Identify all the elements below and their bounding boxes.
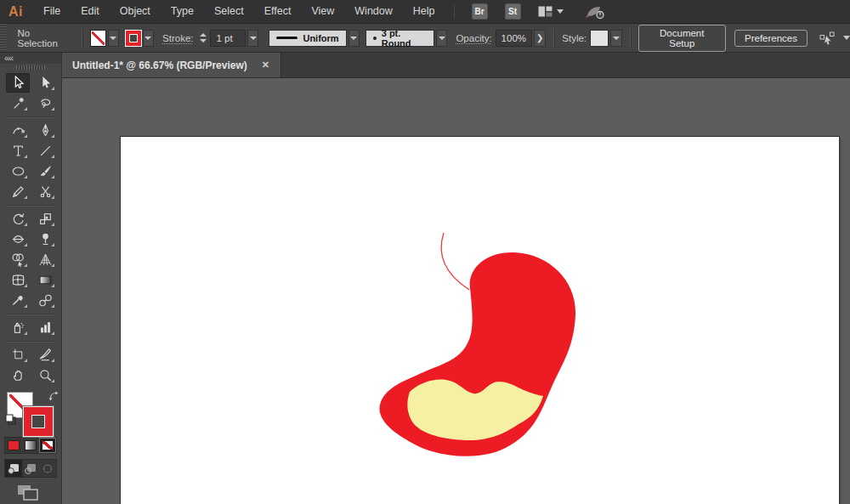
- column-graph-tool[interactable]: [33, 318, 57, 337]
- pen-tool[interactable]: [33, 121, 57, 140]
- slice-tool[interactable]: [33, 345, 57, 365]
- eyedropper-icon: [11, 293, 26, 308]
- gradient-chip: [25, 440, 37, 450]
- fill-color-swatch[interactable]: [90, 30, 106, 47]
- close-tab-icon[interactable]: ✕: [259, 58, 272, 72]
- artboard-icon: [11, 348, 26, 362]
- stroke-color-dropdown[interactable]: [143, 30, 154, 47]
- rotate-icon: [11, 212, 26, 226]
- default-fill-stroke-button[interactable]: [5, 414, 17, 428]
- draw-normal-button[interactable]: [5, 460, 22, 477]
- brush-dot-icon: [373, 37, 377, 40]
- opacity-field[interactable]: 100%: [496, 30, 533, 47]
- draw-inside-button[interactable]: [39, 460, 56, 477]
- collapse-panel-button[interactable]: ««: [0, 53, 61, 64]
- chevron-down-icon: [439, 37, 445, 40]
- direct-selection-tool-icon: [38, 76, 53, 90]
- scale-tool[interactable]: [33, 209, 57, 229]
- bridge-button[interactable]: Br: [472, 3, 488, 20]
- width-profile-value: Uniform: [303, 33, 338, 43]
- menu-object[interactable]: Object: [110, 0, 161, 23]
- select-similar-button[interactable]: [819, 31, 850, 45]
- color-button[interactable]: [5, 438, 22, 453]
- stem-path-shape[interactable]: [441, 233, 469, 290]
- menu-file[interactable]: File: [33, 0, 71, 23]
- swap-fill-stroke-button[interactable]: [48, 391, 60, 405]
- style-dropdown[interactable]: [610, 30, 621, 47]
- stroke-color-swatch[interactable]: [125, 30, 141, 47]
- menu-view[interactable]: View: [301, 0, 344, 23]
- eyedropper-tool[interactable]: [6, 291, 30, 310]
- perspective-grid-tool[interactable]: [33, 250, 57, 269]
- puppet-warp-tool[interactable]: [33, 229, 57, 249]
- panel-grip[interactable]: [0, 64, 61, 71]
- stock-button[interactable]: St: [505, 3, 521, 20]
- menu-window[interactable]: Window: [344, 0, 402, 23]
- ellipse-tool[interactable]: [6, 161, 30, 181]
- width-profile-chevron[interactable]: [348, 30, 360, 47]
- selection-tool[interactable]: [6, 73, 30, 93]
- hand-tool[interactable]: [6, 365, 30, 385]
- artboard-tool[interactable]: [6, 345, 30, 365]
- stepper-down-icon[interactable]: [200, 39, 207, 42]
- menu-select[interactable]: Select: [204, 0, 254, 23]
- fill-color-dropdown[interactable]: [108, 30, 119, 47]
- select-similar-icon: [819, 31, 838, 45]
- menu-edit[interactable]: Edit: [71, 0, 110, 23]
- change-screen-mode-button[interactable]: [17, 484, 61, 504]
- opacity-panel-link[interactable]: Opacity:: [456, 33, 491, 43]
- menu-type[interactable]: Type: [161, 0, 204, 23]
- brush-dropdown[interactable]: 3 pt. Round: [366, 30, 434, 47]
- workspace-switcher[interactable]: [538, 6, 564, 17]
- menu-effect[interactable]: Effect: [254, 0, 302, 23]
- none-button[interactable]: [39, 438, 56, 453]
- width-tool[interactable]: [6, 229, 30, 249]
- divider: [82, 29, 82, 48]
- stepper-up-icon[interactable]: [200, 33, 207, 37]
- color-chip: [8, 440, 20, 450]
- stroke-profile-icon: [276, 37, 298, 39]
- symbol-sprayer-tool[interactable]: [6, 318, 30, 337]
- gpu-performance-button[interactable]: [584, 4, 606, 20]
- opacity-more-button[interactable]: ❯: [534, 30, 546, 47]
- divider: [630, 29, 631, 48]
- panel-grip[interactable]: [0, 24, 6, 52]
- puppet-warp-icon: [38, 232, 53, 246]
- blend-tool[interactable]: [33, 291, 57, 310]
- mesh-tool[interactable]: [6, 270, 30, 290]
- canvas-area[interactable]: [62, 78, 850, 504]
- gradient-button[interactable]: [22, 438, 39, 453]
- menu-help[interactable]: Help: [403, 0, 445, 23]
- scissors-tool[interactable]: [33, 182, 57, 201]
- paintbrush-tool[interactable]: [33, 161, 57, 181]
- pencil-icon: [11, 184, 26, 199]
- shape-builder-tool[interactable]: [6, 250, 30, 269]
- draw-behind-button[interactable]: [22, 460, 39, 477]
- width-profile-dropdown[interactable]: Uniform: [269, 30, 347, 47]
- brush-chevron[interactable]: [436, 30, 447, 47]
- style-swatch[interactable]: [590, 30, 609, 47]
- stroke-weight-field[interactable]: 1 pt: [210, 30, 246, 47]
- direct-selection-tool[interactable]: [33, 73, 57, 93]
- gradient-tool[interactable]: [33, 270, 57, 290]
- lasso-tool[interactable]: [33, 93, 57, 113]
- stroke-weight-dropdown[interactable]: [247, 30, 258, 47]
- fill-stroke-indicator: [4, 391, 60, 430]
- magic-wand-tool[interactable]: [6, 93, 30, 113]
- document-setup-button[interactable]: Document Setup: [638, 25, 727, 52]
- screen-mode-icon: [17, 484, 39, 501]
- stroke-swatch-red[interactable]: [23, 406, 54, 437]
- type-tool[interactable]: [6, 141, 30, 161]
- tools-panel: ««: [0, 53, 62, 504]
- pencil-tool[interactable]: [6, 182, 30, 201]
- preferences-button[interactable]: Preferences: [734, 30, 808, 47]
- artboard[interactable]: [121, 137, 839, 504]
- divider: [553, 29, 554, 48]
- document-tab[interactable]: Untitled-1* @ 66.67% (RGB/Preview) ✕: [62, 53, 281, 77]
- stroke-weight-stepper[interactable]: [200, 33, 207, 42]
- zoom-tool[interactable]: [33, 365, 57, 385]
- stroke-panel-link[interactable]: Stroke:: [162, 33, 193, 43]
- rotate-tool[interactable]: [6, 209, 30, 229]
- curvature-tool[interactable]: [6, 121, 30, 140]
- line-segment-tool[interactable]: [33, 141, 57, 161]
